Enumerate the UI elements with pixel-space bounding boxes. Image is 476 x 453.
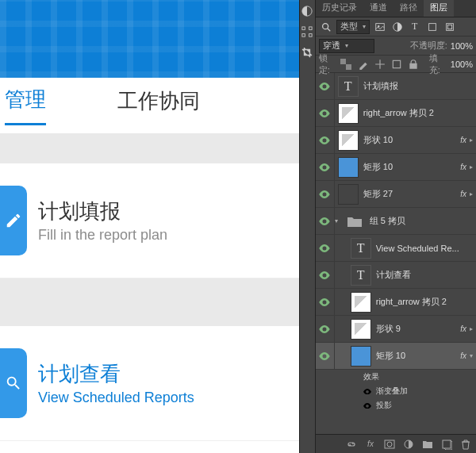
visibility-eye-icon[interactable] (316, 262, 335, 288)
fx-badge[interactable]: fx (460, 190, 466, 198)
shape-thumb (351, 346, 371, 367)
fx-expand-icon[interactable]: ▸ (470, 190, 473, 198)
filter-adjust-icon[interactable] (390, 20, 405, 34)
lock-transparency-icon[interactable] (340, 57, 352, 71)
search-icon[interactable] (319, 20, 333, 34)
visibility-eye-icon[interactable] (363, 387, 371, 395)
layer-row[interactable]: 形状 10fx▸ (316, 127, 476, 154)
layer-name[interactable]: right_arrow 拷贝 2 (376, 296, 476, 308)
blend-mode-dropdown[interactable]: 穿透▾ (319, 39, 374, 53)
tab-paths[interactable]: 路径 (393, 0, 424, 17)
layer-name[interactable]: 计划填报 (363, 80, 476, 92)
layer-name[interactable]: 组 5 拷贝 (370, 215, 476, 227)
visibility-eye-icon[interactable] (316, 208, 335, 234)
visibility-eye-icon[interactable] (316, 289, 335, 315)
opacity-value[interactable]: 100% (451, 41, 473, 51)
lock-brush-icon[interactable] (357, 57, 369, 71)
fx-expand-icon[interactable]: ▸ (470, 325, 473, 332)
fill-label: 填充: (429, 52, 446, 76)
pencil-icon (0, 186, 27, 255)
svg-point-16 (387, 442, 392, 447)
visibility-eye-icon[interactable] (316, 100, 335, 126)
tab-manage[interactable]: 管理 (5, 86, 46, 125)
visibility-eye-icon[interactable] (316, 316, 335, 342)
layer-row[interactable]: 矩形 27fx▸ (316, 181, 476, 208)
fx-expand-icon[interactable]: ▾ (470, 352, 473, 359)
shape-thumb (338, 130, 359, 151)
effect-name[interactable]: 投影 (376, 400, 392, 411)
tab-collab[interactable]: 工作协同 (117, 87, 200, 125)
visibility-eye-icon[interactable] (316, 235, 335, 261)
new-layer-icon[interactable] (441, 439, 452, 450)
fx-expand-icon[interactable]: ▸ (470, 136, 473, 144)
crop-icon[interactable] (301, 46, 313, 59)
fx-expand-icon[interactable]: ▸ (470, 163, 473, 171)
layer-name[interactable]: 矩形 27 (363, 188, 460, 200)
fx-badge[interactable]: fx (460, 324, 466, 333)
search-icon (0, 348, 27, 418)
fx-badge[interactable]: fx (460, 136, 466, 144)
layers-panel: 历史记录 通道 路径 图层 类型▾ T 穿透▾ 不透明度: 100% 锁定: 填… (316, 0, 476, 453)
layer-row[interactable]: 矩形 10fx▾ (316, 343, 476, 370)
link-icon[interactable] (346, 439, 357, 450)
layer-effects: 效果渐变叠加投影 (316, 370, 476, 413)
layer-row[interactable]: T计划填报 (316, 73, 476, 100)
text-layer-icon: T (351, 265, 371, 286)
filter-image-icon[interactable] (373, 20, 387, 34)
layer-name[interactable]: right_arrow 拷贝 2 (363, 107, 476, 119)
card-title-en: View Scheduled Reports (38, 390, 194, 406)
adjust-icon[interactable] (403, 439, 414, 450)
trash-icon[interactable] (460, 439, 471, 450)
fill-value[interactable]: 100% (451, 60, 473, 69)
svg-rect-18 (443, 440, 451, 448)
tab-layers[interactable]: 图层 (424, 0, 454, 17)
circle-half-icon[interactable] (301, 5, 313, 17)
layer-name[interactable]: 矩形 10 (376, 350, 460, 362)
card-fill-report[interactable]: 计划填报 Fill in the report plan (0, 163, 299, 278)
visibility-eye-icon[interactable] (316, 127, 335, 153)
layer-row[interactable]: ▾组 5 拷贝 (316, 208, 476, 235)
gap (0, 133, 299, 163)
filter-text-icon[interactable]: T (408, 20, 422, 34)
svg-rect-3 (302, 34, 305, 37)
visibility-eye-icon[interactable] (316, 154, 335, 180)
fx-badge[interactable]: fx (460, 351, 466, 360)
shape-thumb (338, 157, 359, 178)
visibility-eye-icon[interactable] (316, 73, 335, 99)
layer-name[interactable]: 矩形 10 (363, 161, 460, 173)
visibility-eye-icon[interactable] (316, 181, 335, 207)
layer-row[interactable]: T计划查看 (316, 262, 476, 289)
filter-shape-icon[interactable] (425, 20, 440, 34)
expand-tri-icon[interactable]: ▾ (335, 217, 338, 225)
layer-row[interactable]: 形状 9fx▸ (316, 316, 476, 343)
lock-position-icon[interactable] (374, 57, 386, 71)
tab-channels[interactable]: 通道 (363, 0, 393, 17)
lock-artboard-icon[interactable] (390, 57, 402, 71)
card-view-reports[interactable]: 计划查看 View Scheduled Reports (0, 326, 299, 441)
lock-all-icon[interactable] (408, 57, 420, 71)
layer-name[interactable]: 计划查看 (376, 269, 476, 281)
folder-icon[interactable] (422, 439, 433, 450)
layer-row[interactable]: right_arrow 拷贝 2 (316, 289, 476, 316)
fx-badge[interactable]: fx (460, 163, 466, 171)
filter-kind-dropdown[interactable]: 类型▾ (336, 20, 370, 34)
svg-rect-13 (346, 64, 351, 70)
visibility-eye-icon[interactable] (363, 401, 371, 409)
layer-name[interactable]: 形状 9 (376, 323, 460, 335)
tab-history[interactable]: 历史记录 (316, 0, 363, 17)
mask-icon[interactable] (384, 439, 395, 450)
card-title-zh: 计划填报 (38, 198, 167, 225)
fx-icon[interactable]: fx (365, 439, 376, 450)
visibility-eye-icon[interactable] (316, 343, 335, 369)
text-layer-icon: T (351, 238, 371, 259)
lock-label: 锁定: (319, 52, 336, 76)
filter-smart-icon[interactable] (443, 20, 457, 34)
layer-row[interactable]: TView Scheduled Re... (316, 235, 476, 262)
layer-name[interactable]: 形状 10 (363, 134, 460, 146)
layer-row[interactable]: 矩形 10fx▸ (316, 154, 476, 181)
svg-rect-2 (309, 27, 313, 30)
handles-icon[interactable] (301, 25, 313, 38)
layer-row[interactable]: right_arrow 拷贝 2 (316, 100, 476, 127)
effect-name[interactable]: 渐变叠加 (376, 386, 408, 397)
layer-name[interactable]: View Scheduled Re... (376, 244, 476, 253)
